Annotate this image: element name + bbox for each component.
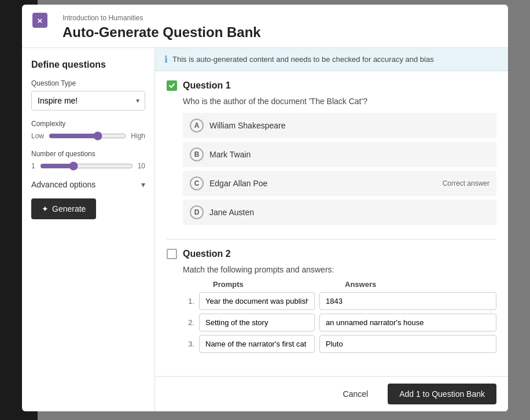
- generate-button[interactable]: ✦ Generate: [31, 198, 96, 219]
- match-answer-2[interactable]: [319, 314, 496, 331]
- question-type-wrapper: Inspire me! Multiple Choice True/False M…: [31, 91, 145, 110]
- right-panel: ℹ This is auto-generated content and nee…: [155, 48, 508, 411]
- question-type-select[interactable]: Inspire me! Multiple Choice True/False M…: [31, 91, 145, 110]
- modal-footer: Cancel Add 1 to Question Bank: [155, 376, 508, 411]
- complexity-slider-row: Low High: [31, 131, 145, 141]
- match-row-1: 1.: [183, 292, 496, 310]
- match-num-3: 3.: [183, 340, 194, 348]
- answer-option-c[interactable]: C Edgar Allan Poe Correct answer: [183, 171, 496, 196]
- complexity-field: Complexity Low High: [31, 120, 145, 141]
- num-questions-slider[interactable]: [40, 161, 133, 171]
- question-block-1: Question 1 Who is the author of the docu…: [167, 80, 496, 225]
- match-num-1: 1.: [183, 297, 194, 305]
- answer-options-1: A William Shakespeare B Mark Twain C Edg…: [167, 113, 496, 225]
- match-answer-3[interactable]: [319, 335, 496, 353]
- option-text-d: Jane Austen: [209, 208, 254, 217]
- prompts-header: Prompts: [213, 280, 340, 289]
- question-2-title: Question 2: [183, 249, 231, 259]
- advanced-options-label: Advanced options: [31, 180, 95, 189]
- answer-option-a[interactable]: A William Shakespeare: [183, 113, 496, 138]
- question-2-header: Question 2: [167, 249, 496, 259]
- divider-1: [167, 239, 496, 240]
- answer-option-d[interactable]: D Jane Austen: [183, 200, 496, 225]
- num-questions-max-label: 10: [138, 162, 145, 170]
- match-prompt-3[interactable]: [199, 335, 315, 353]
- complexity-high-label: High: [131, 132, 145, 140]
- advanced-options-row[interactable]: Advanced options ▾: [31, 180, 145, 189]
- question-1-checkbox[interactable]: [167, 80, 177, 91]
- info-icon: ℹ: [164, 54, 168, 65]
- add-to-question-bank-button[interactable]: Add 1 to Question Bank: [388, 384, 496, 404]
- num-questions-label: Number of questions: [31, 150, 145, 158]
- question-1-title: Question 1: [183, 80, 231, 91]
- question-2-checkbox[interactable]: [167, 249, 177, 259]
- match-row-3: 3.: [183, 335, 496, 353]
- num-questions-min-label: 1: [31, 162, 35, 170]
- match-answer-1[interactable]: [319, 292, 496, 310]
- correct-answer-label: Correct answer: [443, 179, 489, 187]
- question-type-label: Question Type: [31, 79, 145, 87]
- match-header-row: Prompts Answers: [183, 280, 496, 289]
- option-letter-a: A: [190, 119, 204, 132]
- generate-icon: ✦: [42, 204, 49, 213]
- answers-header: Answers: [345, 280, 496, 289]
- option-letter-b: B: [190, 148, 204, 161]
- modal: × Introduction to Humanities Auto-Genera…: [22, 5, 508, 411]
- panel-title: Define questions: [31, 60, 145, 70]
- page-title: Auto-Generate Question Bank: [62, 24, 496, 40]
- generate-label: Generate: [52, 204, 86, 213]
- option-text-c: Edgar Allan Poe: [209, 179, 267, 188]
- modal-overlay: × Introduction to Humanities Auto-Genera…: [0, 0, 530, 420]
- option-text-a: William Shakespeare: [209, 121, 286, 130]
- answer-option-b[interactable]: B Mark Twain: [183, 142, 496, 167]
- question-2-text: Match the following prompts and answers:: [167, 265, 496, 274]
- modal-header: × Introduction to Humanities Auto-Genera…: [22, 5, 508, 48]
- close-button[interactable]: ×: [32, 13, 47, 28]
- complexity-label: Complexity: [31, 120, 145, 128]
- question-1-text: Who is the author of the document 'The B…: [167, 97, 496, 106]
- modal-body: Define questions Question Type Inspire m…: [22, 48, 508, 411]
- question-1-header: Question 1: [167, 80, 496, 91]
- match-prompt-1[interactable]: [199, 292, 315, 310]
- num-questions-field: Number of questions 1 10: [31, 150, 145, 171]
- chevron-down-icon: ▾: [141, 180, 145, 189]
- match-table: Prompts Answers 1. 2.: [167, 280, 496, 353]
- question-type-field: Question Type Inspire me! Multiple Choic…: [31, 79, 145, 110]
- breadcrumb: Introduction to Humanities: [62, 14, 496, 22]
- cancel-button[interactable]: Cancel: [330, 384, 381, 404]
- match-prompt-2[interactable]: [199, 314, 315, 331]
- match-num-2: 2.: [183, 318, 194, 327]
- option-letter-d: D: [190, 205, 204, 219]
- left-panel: Define questions Question Type Inspire m…: [22, 48, 155, 411]
- questions-area: Question 1 Who is the author of the docu…: [155, 71, 508, 376]
- info-banner-text: This is auto-generated content and needs…: [172, 55, 434, 64]
- option-letter-c: C: [190, 176, 204, 190]
- option-text-b: Mark Twain: [209, 150, 251, 159]
- complexity-slider[interactable]: [49, 131, 126, 141]
- num-questions-slider-row: 1 10: [31, 161, 145, 171]
- info-banner: ℹ This is auto-generated content and nee…: [155, 48, 508, 71]
- match-row-2: 2.: [183, 314, 496, 331]
- complexity-low-label: Low: [31, 132, 44, 140]
- question-block-2: Question 2 Match the following prompts a…: [167, 249, 496, 353]
